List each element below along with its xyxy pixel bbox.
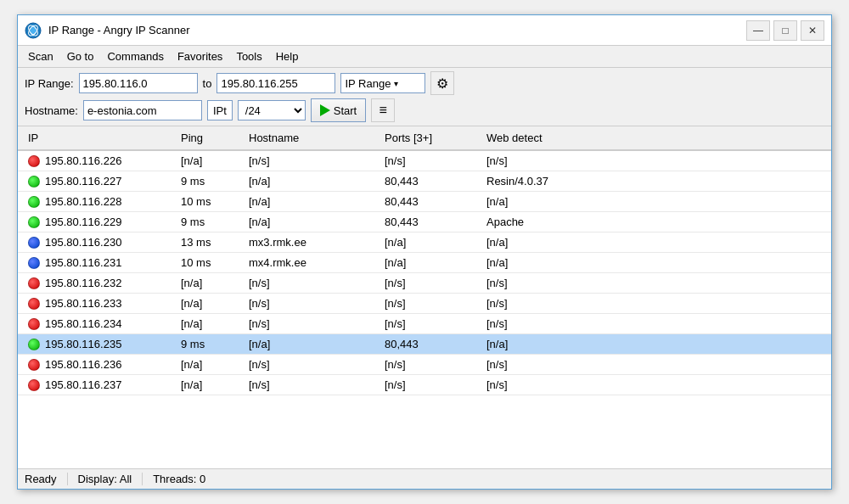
ip-range-label: IP Range: — [25, 77, 74, 90]
display-text: Display: All — [78, 473, 132, 485]
cell-ping: [n/a] — [177, 316, 245, 332]
status-display: Display: All — [78, 473, 143, 485]
table-row[interactable]: 195.80.116.230 13 ms mx3.rmk.ee [n/a] [n… — [18, 232, 831, 253]
menu-bar: Scan Go to Commands Favorites Tools Help — [18, 46, 831, 68]
ports-value: 80,443 — [385, 216, 419, 228]
settings-button[interactable]: ⚙ — [430, 71, 454, 95]
ping-value: [n/a] — [181, 378, 202, 391]
table-row[interactable]: 195.80.116.237 [n/a] [n/s] [n/s] [n/s] — [18, 375, 831, 395]
cell-ports: [n/a] — [381, 234, 483, 250]
start-label: Start — [334, 104, 357, 117]
table-row[interactable]: 195.80.116.234 [n/a] [n/s] [n/s] [n/s] — [18, 314, 831, 334]
status-dot-red — [28, 277, 40, 289]
ping-value: [n/a] — [181, 154, 202, 167]
minimize-button[interactable]: — — [746, 20, 770, 41]
window-controls: — □ ✕ — [746, 20, 824, 41]
cell-web: [n/a] — [483, 193, 824, 210]
ports-value: [n/a] — [385, 256, 406, 269]
cell-ports: 80,443 — [381, 173, 483, 189]
web-value: [n/s] — [486, 358, 508, 371]
cell-ping: 13 ms — [177, 234, 245, 250]
ping-value: 10 ms — [181, 195, 211, 208]
cell-ping: 10 ms — [177, 193, 245, 210]
cell-ports: [n/a] — [381, 255, 483, 271]
web-value: [n/s] — [486, 154, 508, 167]
cell-web: Apache — [483, 214, 824, 230]
cell-web: [n/a] — [483, 336, 824, 352]
threads-text: Threads: 0 — [153, 473, 205, 485]
menu-commands[interactable]: Commands — [100, 48, 170, 65]
table-row[interactable]: 195.80.116.228 10 ms [n/a] 80,443 [n/a] — [18, 192, 831, 212]
ip-value: 195.80.116.230 — [45, 236, 121, 249]
cell-ip: 195.80.116.226 — [25, 153, 177, 169]
cell-ip: 195.80.116.235 — [25, 336, 177, 352]
ready-text: Ready — [25, 473, 57, 485]
cell-ip: 195.80.116.227 — [25, 173, 177, 189]
web-value: [n/a] — [486, 195, 508, 208]
table-row[interactable]: 195.80.116.235 9 ms [n/a] 80,443 [n/a] — [18, 334, 831, 355]
cell-ping: [n/a] — [177, 377, 245, 393]
ip-value: 195.80.116.228 — [45, 195, 121, 208]
content-area: IP Ping Hostname Ports [3+] Web detect 1… — [18, 126, 831, 468]
cell-ports: 80,443 — [381, 214, 483, 230]
table-body: 195.80.116.226 [n/a] [n/s] [n/s] [n/s] 1… — [18, 151, 831, 468]
app-icon — [25, 22, 42, 39]
to-label: to — [203, 77, 212, 90]
toolbar-row-1: IP Range: to IP Range ▾ ⚙ — [25, 71, 824, 95]
ip-value: 195.80.116.236 — [45, 358, 121, 371]
range-mode-label: IP Range — [345, 77, 391, 90]
menu-favorites[interactable]: Favorites — [171, 48, 229, 65]
subnet-select[interactable]: /24 /16 /8 — [238, 100, 306, 120]
cell-ports: 80,443 — [381, 336, 483, 352]
main-window: IP Range - Angry IP Scanner — □ ✕ Scan G… — [17, 14, 832, 490]
table-row[interactable]: 195.80.116.229 9 ms [n/a] 80,443 Apache — [18, 212, 831, 232]
cell-ports: [n/s] — [381, 295, 483, 311]
ip-from-input[interactable] — [79, 73, 198, 93]
hostname-input[interactable] — [83, 100, 202, 120]
menu-tools[interactable]: Tools — [229, 48, 268, 65]
table-row[interactable]: 195.80.116.233 [n/a] [n/s] [n/s] [n/s] — [18, 294, 831, 314]
cell-hostname: [n/a] — [245, 336, 381, 352]
col-header-web: Web detect — [483, 130, 824, 146]
hostname-value: [n/a] — [249, 195, 270, 208]
hostname-value: [n/s] — [249, 297, 270, 310]
web-value: [n/a] — [486, 236, 508, 249]
close-button[interactable]: ✕ — [801, 20, 824, 41]
columns-button[interactable]: ≡ — [371, 98, 395, 122]
cell-web: [n/s] — [483, 295, 824, 311]
status-dot-green — [28, 196, 40, 208]
range-mode-dropdown[interactable]: IP Range ▾ — [340, 73, 425, 93]
cell-hostname: [n/s] — [245, 377, 381, 393]
menu-goto[interactable]: Go to — [60, 48, 101, 65]
cell-hostname: [n/a] — [245, 193, 381, 210]
cell-ip: 195.80.116.236 — [25, 356, 177, 372]
table-row[interactable]: 195.80.116.227 9 ms [n/a] 80,443 Resin/4… — [18, 171, 831, 192]
cell-hostname: [n/a] — [245, 214, 381, 230]
ports-value: [n/a] — [385, 236, 406, 249]
table-row[interactable]: 195.80.116.231 10 ms mx4.rmk.ee [n/a] [n… — [18, 253, 831, 273]
ip-value: 195.80.116.233 — [45, 297, 121, 310]
cell-web: [n/s] — [483, 316, 824, 332]
cell-ping: [n/a] — [177, 295, 245, 311]
menu-scan[interactable]: Scan — [21, 48, 60, 65]
cell-ports: [n/s] — [381, 316, 483, 332]
status-dot-red — [28, 379, 40, 391]
ip-value: 195.80.116.231 — [45, 256, 121, 269]
toolbar: IP Range: to IP Range ▾ ⚙ Hostname: IPt … — [18, 68, 831, 126]
cell-ip: 195.80.116.230 — [25, 234, 177, 250]
start-button[interactable]: Start — [311, 98, 366, 122]
col-header-ports: Ports [3+] — [381, 130, 483, 146]
table-header: IP Ping Hostname Ports [3+] Web detect — [18, 126, 831, 151]
gear-icon: ⚙ — [436, 76, 448, 92]
status-dot-red — [28, 318, 40, 330]
maximize-button[interactable]: □ — [773, 20, 797, 41]
ip-to-input[interactable] — [216, 73, 335, 93]
ports-value: [n/s] — [385, 277, 406, 289]
table-row[interactable]: 195.80.116.232 [n/a] [n/s] [n/s] [n/s] — [18, 273, 831, 294]
menu-help[interactable]: Help — [269, 48, 306, 65]
table-row[interactable]: 195.80.116.226 [n/a] [n/s] [n/s] [n/s] — [18, 151, 831, 171]
cell-hostname: [n/s] — [245, 356, 381, 372]
table-row[interactable]: 195.80.116.236 [n/a] [n/s] [n/s] [n/s] — [18, 355, 831, 375]
status-bar: Ready Display: All Threads: 0 — [18, 468, 831, 489]
ports-value: [n/s] — [385, 317, 406, 330]
